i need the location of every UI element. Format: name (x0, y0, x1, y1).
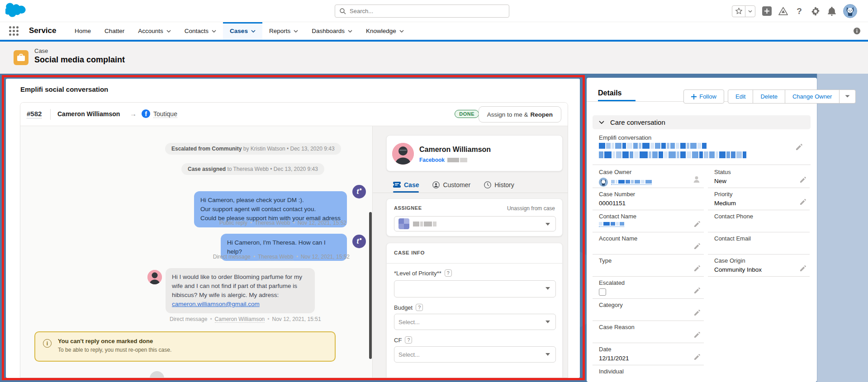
nav-tab-accounts[interactable]: Accounts (131, 22, 178, 40)
edit-button[interactable]: Edit (728, 90, 753, 103)
messages-scrollbar-thumb[interactable] (369, 212, 372, 359)
field-row-category: Category (593, 299, 704, 321)
reply-locked-warning: i You can't reply once marked done To be… (34, 331, 336, 362)
tab-history[interactable]: History (484, 177, 514, 193)
delete-button[interactable]: Delete (753, 90, 785, 103)
field-row-status: Status New (708, 166, 810, 188)
field-row-individual: Individual (593, 365, 704, 382)
chevron-down-icon[interactable] (212, 30, 216, 33)
case-object-icon (14, 50, 28, 65)
info-icon[interactable] (854, 28, 860, 34)
edit-pencil-icon[interactable] (800, 177, 806, 183)
follow-button[interactable]: Follow (683, 90, 724, 104)
search-input[interactable] (350, 8, 504, 14)
brand-avatar: t• (352, 235, 366, 248)
change-owner-button[interactable]: Change Owner (785, 90, 839, 103)
assignee-label: ASSIGNEE (394, 205, 422, 211)
field-row-contact-phone: Contact Phone (708, 210, 810, 232)
setup-gear-icon[interactable] (811, 6, 821, 16)
edit-pencil-icon[interactable] (796, 144, 802, 150)
user-avatar[interactable] (843, 4, 857, 18)
facebook-link[interactable]: Facebook (419, 157, 445, 163)
person-icon (432, 181, 440, 189)
edit-pencil-icon[interactable] (694, 310, 700, 316)
notifications-bell-icon[interactable] (827, 6, 837, 16)
help-icon[interactable]: ? (416, 304, 423, 311)
chevron-down-icon[interactable] (399, 30, 404, 33)
chevron-down-icon[interactable] (166, 30, 171, 33)
nav-tab-cases[interactable]: Cases (223, 22, 262, 40)
field-row-contact-name: Contact Name (593, 210, 704, 232)
assignee-select[interactable] (394, 216, 556, 231)
details-right-column: Status New Priority Medium Contact Phone… (708, 166, 810, 277)
favorites-star-icon[interactable] (732, 6, 745, 17)
record-action-group: Edit Delete Change Owner (728, 90, 856, 104)
nav-tab-knowledge[interactable]: Knowledge (359, 22, 411, 40)
section-care-conversation[interactable]: Care conversation (593, 115, 811, 129)
date-value: 12/11/2021 (599, 355, 704, 362)
author-link[interactable]: Cameron Williamson (215, 316, 265, 323)
edit-pencil-icon[interactable] (694, 265, 700, 271)
escalated-checkbox[interactable] (599, 288, 606, 296)
nav-tab-dashboards[interactable]: Dashboards (305, 22, 359, 40)
quick-add-icon[interactable] (762, 6, 772, 16)
owner-avatar (599, 178, 608, 187)
nav-tab-chatter[interactable]: Chatter (98, 22, 131, 40)
tab-customer[interactable]: Customer (432, 177, 470, 193)
assign-reopen-button[interactable]: Assign to me &Reopen (479, 106, 561, 123)
conversation-number[interactable]: #582 (27, 110, 42, 118)
app-launcher-icon[interactable] (9, 26, 19, 36)
guidance-center-icon[interactable] (778, 6, 788, 16)
cf-select[interactable]: Select... (394, 346, 556, 363)
redacted-avatar (398, 218, 409, 229)
message-meta: Direct message•Cameron Williamson•Nov 12… (170, 316, 321, 322)
budget-field-label: Budget? (394, 304, 423, 311)
edit-pencil-icon[interactable] (800, 199, 806, 205)
details-panel: Details Care conversation Emplifi conver… (587, 78, 817, 382)
email-link[interactable]: cameron.williamson@gmail.com (172, 300, 308, 309)
favorites-caret-icon[interactable] (745, 6, 755, 17)
clock-icon (484, 181, 491, 189)
edit-pencil-icon[interactable] (800, 265, 806, 271)
change-owner-icon[interactable] (693, 176, 700, 183)
help-icon[interactable]: ? (445, 269, 452, 277)
edit-pencil-icon[interactable] (694, 243, 700, 249)
edit-pencil-icon[interactable] (694, 221, 700, 227)
nav-tabs: Home Chatter Accounts Contacts Cases Rep… (68, 22, 411, 40)
author-link[interactable]: Theresa Webb (255, 220, 290, 226)
unassign-link[interactable]: Unassign from case (507, 205, 555, 212)
favorites-split-button[interactable] (732, 5, 755, 17)
customer-avatar (392, 143, 414, 165)
nav-tab-reports[interactable]: Reports (262, 22, 305, 40)
redacted-owner-link[interactable] (611, 180, 652, 185)
customer-network: Facebook (419, 157, 467, 163)
edit-pencil-icon[interactable] (694, 354, 700, 360)
conversation-to-name[interactable]: Toutique (153, 110, 177, 118)
help-icon[interactable]: ? (794, 6, 804, 16)
chevron-down-icon[interactable] (294, 30, 298, 33)
tab-details[interactable]: Details (598, 89, 621, 97)
customer-name: Cameron Williamson (419, 146, 491, 154)
redacted-text (447, 158, 467, 162)
message-meta: Direct message•Theresa Webb•Nov 12, 2021… (213, 254, 350, 260)
chevron-down-icon[interactable] (348, 30, 352, 33)
redacted-contact-link[interactable] (599, 222, 624, 227)
edit-pencil-icon[interactable] (694, 288, 700, 293)
message-thread: Escalated from Community by Kristin Wats… (20, 126, 373, 377)
priority-select[interactable] (394, 280, 556, 297)
nav-tab-home[interactable]: Home (68, 22, 98, 40)
record-page-header: Case Social media complaint Follow Edit … (0, 42, 868, 74)
tab-case[interactable]: Case (393, 177, 419, 193)
budget-select[interactable]: Select... (394, 314, 556, 330)
nav-tab-contacts[interactable]: Contacts (178, 22, 223, 40)
divider (593, 165, 811, 165)
more-actions-caret[interactable] (839, 90, 855, 103)
help-icon[interactable]: ? (405, 336, 412, 344)
details-scrollbar-gutter[interactable] (817, 74, 868, 382)
edit-pencil-icon[interactable] (694, 332, 700, 338)
nav-accent-bar (0, 40, 868, 42)
global-search[interactable] (335, 5, 509, 18)
conversation-from-name: Cameron Williamson (57, 110, 120, 118)
author-link[interactable]: Theresa Webb (258, 254, 294, 260)
chevron-down-icon[interactable] (251, 30, 256, 33)
